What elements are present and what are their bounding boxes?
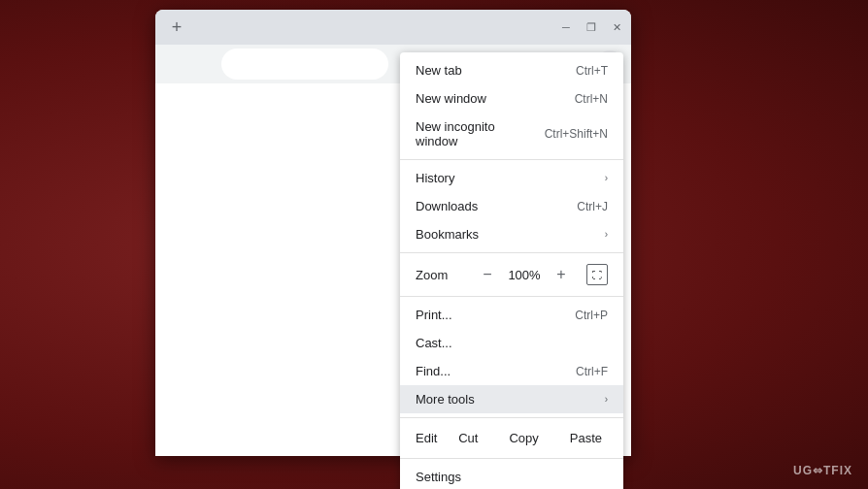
zoom-minus-button[interactable]: − [474,261,501,288]
watermark: UG⇔TFIX [793,464,852,477]
history-label: History [416,171,601,185]
zoom-controls: − 100% + ⛶ [474,261,608,288]
new-incognito-label: New incognito window [416,119,537,148]
bookmarks-label: Bookmarks [416,227,601,242]
browser-window: + ─ ❐ ✕ ☆ 🛡 G 🧩 D ⋮ New tab Ctrl+T New w… [155,10,631,456]
copy-button[interactable]: Copy [495,426,551,450]
cut-button[interactable]: Cut [445,426,491,450]
main-menu: New tab Ctrl+T New window Ctrl+N New inc… [400,52,623,489]
zoom-label: Zoom [416,268,474,282]
zoom-plus-button[interactable]: + [548,261,575,288]
more-tools-label: More tools [416,392,601,407]
more-tools-arrow: › [605,394,608,405]
close-button[interactable]: ✕ [610,20,623,34]
menu-item-cast[interactable]: Cast... [400,329,623,357]
menu-item-settings[interactable]: Settings [400,463,623,489]
history-arrow: › [605,173,608,183]
new-incognito-shortcut: Ctrl+Shift+N [545,127,608,141]
edit-row: Edit Cut Copy Paste [400,422,623,454]
menu-item-new-tab[interactable]: New tab Ctrl+T [400,56,623,84]
edit-label: Edit [408,431,441,445]
menu-item-new-incognito[interactable]: New incognito window Ctrl+Shift+N [400,113,623,155]
menu-item-history[interactable]: History › [400,164,623,192]
divider-1 [400,159,623,160]
new-tab-button[interactable]: + [163,14,190,41]
minimize-button[interactable]: ─ [559,20,573,34]
divider-4 [400,417,623,418]
divider-2 [400,252,623,253]
divider-5 [400,458,623,459]
downloads-shortcut: Ctrl+J [577,200,608,213]
divider-3 [400,296,623,297]
downloads-label: Downloads [416,199,569,213]
menu-item-print[interactable]: Print... Ctrl+P [400,301,623,329]
menu-item-find[interactable]: Find... Ctrl+F [400,357,623,385]
find-shortcut: Ctrl+F [576,365,608,378]
settings-label: Settings [416,470,608,484]
print-label: Print... [416,308,567,322]
print-shortcut: Ctrl+P [575,309,608,322]
fullscreen-button[interactable]: ⛶ [586,264,608,285]
zoom-value: 100% [505,268,544,282]
new-window-label: New window [416,91,567,106]
new-window-shortcut: Ctrl+N [575,92,608,106]
new-tab-shortcut: Ctrl+T [576,64,608,78]
find-label: Find... [416,364,568,378]
menu-item-downloads[interactable]: Downloads Ctrl+J [400,192,623,220]
cast-label: Cast... [416,336,608,350]
restore-button[interactable]: ❐ [584,20,598,34]
menu-item-more-tools[interactable]: More tools › Save page as... Ctrl+S Crea… [400,385,623,413]
bookmarks-arrow: › [605,229,608,240]
window-controls: ─ ❐ ✕ [559,20,623,34]
menu-item-new-window[interactable]: New window Ctrl+N [400,84,623,113]
zoom-row: Zoom − 100% + ⛶ [400,257,623,292]
address-bar[interactable] [221,49,388,80]
paste-button[interactable]: Paste [556,426,616,450]
menu-item-bookmarks[interactable]: Bookmarks › [400,220,623,248]
new-tab-label: New tab [416,63,568,78]
title-bar: + ─ ❐ ✕ [155,10,631,45]
